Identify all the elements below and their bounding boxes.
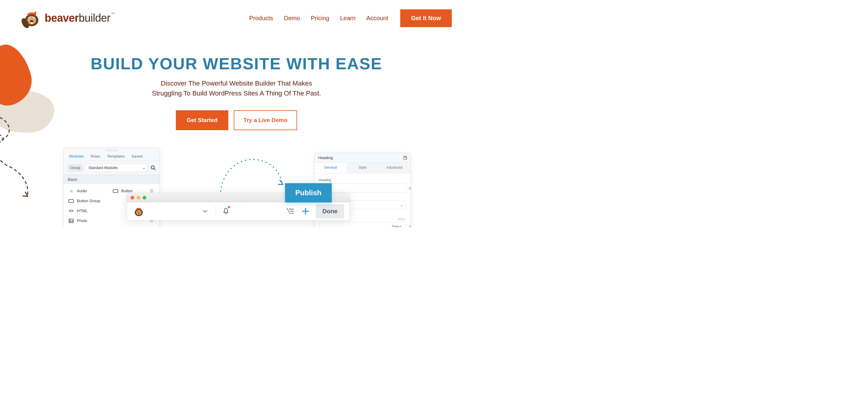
beaver-logo-icon [21, 7, 42, 29]
svg-rect-9 [34, 12, 36, 14]
tab-modules[interactable]: Modules [69, 154, 84, 159]
group-label: Group [67, 164, 83, 172]
search-icon[interactable] [151, 165, 156, 171]
nav-account[interactable]: Account [367, 15, 388, 22]
nav-learn[interactable]: Learn [340, 15, 355, 22]
heading-field-label: Heading [319, 178, 406, 182]
svg-point-0 [0, 135, 3, 142]
button-icon [113, 189, 118, 193]
tab-advanced[interactable]: Advanced [378, 163, 410, 173]
select-button[interactable]: Select [389, 223, 404, 227]
group-select[interactable]: Standard Modules ⌄ [86, 164, 148, 172]
logo-text: beaverbuilder™ [44, 12, 114, 25]
nav-demo[interactable]: Demo [284, 15, 300, 22]
settings-title: Heading [318, 155, 333, 160]
chevron-down-icon[interactable] [200, 206, 210, 216]
hero-section: BUILD YOUR WEBSITE WITH EASE Discover Th… [0, 54, 473, 130]
nav-pricing[interactable]: Pricing [311, 15, 329, 22]
window-minimize-icon[interactable] [136, 196, 140, 200]
tab-style[interactable]: Style [346, 163, 378, 173]
button-group-icon [68, 199, 74, 203]
notifications-icon[interactable] [221, 206, 231, 216]
beaver-mini-icon[interactable] [132, 205, 145, 217]
window-maximize-icon[interactable] [143, 196, 146, 200]
svg-point-21 [138, 213, 140, 214]
panel-drag-handle[interactable] [105, 149, 118, 151]
tab-general[interactable]: General [315, 163, 346, 173]
builder-toolbar: Done [127, 202, 349, 220]
logo[interactable]: beaverbuilder™ [21, 7, 114, 29]
notification-dot [228, 206, 230, 208]
section-basic: Basic [64, 175, 159, 184]
nav-products[interactable]: Products [249, 15, 273, 22]
publish-badge[interactable]: Publish [285, 183, 332, 203]
outline-icon[interactable] [286, 206, 295, 216]
photo-icon [68, 219, 74, 223]
main-nav: Products Demo Pricing Learn Account [249, 15, 388, 22]
svg-point-20 [140, 211, 140, 212]
heading-input[interactable]: ✲ [319, 183, 406, 193]
hero-subtitle: Discover The Powerful Website Builder Th… [0, 78, 473, 98]
tab-saved[interactable]: Saved [131, 154, 143, 159]
svg-line-12 [154, 168, 155, 170]
svg-point-18 [136, 210, 142, 215]
svg-point-24 [288, 211, 289, 212]
gear-icon[interactable]: ✲ [408, 186, 412, 191]
module-photo[interactable]: Photo [67, 216, 112, 226]
settings-select-with-button[interactable]: Select ✲ [319, 222, 406, 227]
site-header: beaverbuilder™ Products Demo Pricing Lea… [0, 0, 473, 36]
module-audio[interactable]: ♫ Audio [67, 186, 112, 196]
settings-tabs: General Style Advanced [315, 163, 410, 173]
svg-rect-14 [69, 200, 73, 203]
svg-rect-13 [113, 189, 118, 193]
html-icon: <> [68, 209, 74, 213]
gear-icon[interactable]: ✲ [408, 224, 412, 227]
svg-rect-8 [31, 22, 33, 24]
tab-templates[interactable]: Templates [107, 154, 125, 159]
svg-point-4 [29, 18, 30, 19]
chevron-down-icon: ⌄ [142, 166, 145, 170]
svg-rect-30 [404, 157, 406, 160]
svg-point-6 [33, 18, 34, 19]
module-button-group[interactable]: Button Group [67, 196, 112, 206]
toolbar-divider [215, 205, 216, 217]
get-it-now-button[interactable]: Get It Now [400, 9, 452, 27]
add-content-icon[interactable] [301, 206, 310, 216]
module-html[interactable]: <> HTML [67, 206, 112, 216]
tab-rows[interactable]: Rows [91, 154, 100, 159]
svg-point-19 [137, 211, 138, 212]
list-icon: ☰ [150, 188, 154, 193]
svg-point-26 [289, 213, 290, 214]
hero-title: BUILD YOUR WEBSITE WITH EASE [0, 54, 473, 73]
window-close-icon[interactable] [131, 196, 134, 200]
try-demo-button[interactable]: Try a Live Demo [234, 110, 297, 130]
svg-point-22 [287, 209, 288, 210]
decorative-dashed-path [0, 114, 48, 205]
modules-panel-tabs: Modules Rows Templates Saved [64, 151, 159, 161]
done-button[interactable]: Done [316, 204, 344, 218]
audio-icon: ♫ [68, 188, 74, 193]
window-restore-icon[interactable] [403, 156, 407, 160]
svg-point-16 [70, 220, 71, 220]
get-started-button[interactable]: Get Started [176, 110, 228, 130]
